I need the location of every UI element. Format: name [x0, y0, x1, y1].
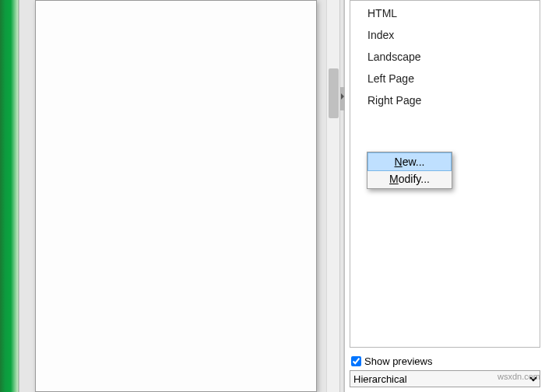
context-menu-new[interactable]: New...: [367, 152, 452, 171]
show-previews-checkbox[interactable]: [351, 356, 361, 366]
style-item-right-page[interactable]: Right Page: [350, 89, 540, 111]
scrollbar-thumb[interactable]: [329, 68, 339, 118]
show-previews-label: Show previews: [364, 355, 432, 367]
green-side-strip: [0, 0, 19, 392]
document-area: [19, 0, 339, 392]
style-item-left-page[interactable]: Left Page: [350, 68, 540, 89]
context-menu-modify[interactable]: Modify...: [368, 170, 451, 187]
style-item-index[interactable]: Index: [350, 24, 540, 46]
document-page[interactable]: [35, 0, 317, 392]
context-menu: New... Modify...: [367, 152, 452, 189]
vertical-scrollbar[interactable]: [326, 0, 339, 392]
style-item-landscape[interactable]: Landscape: [350, 46, 540, 68]
splitter[interactable]: [339, 0, 344, 392]
style-item-html[interactable]: HTML: [350, 2, 540, 24]
watermark: wsxdn.com: [498, 372, 540, 381]
app-root: HTML Index Landscape Left Page Right Pag…: [0, 0, 545, 392]
chevron-right-icon: [341, 93, 344, 100]
styles-panel: HTML Index Landscape Left Page Right Pag…: [344, 0, 545, 392]
show-previews-row[interactable]: Show previews: [350, 354, 540, 370]
